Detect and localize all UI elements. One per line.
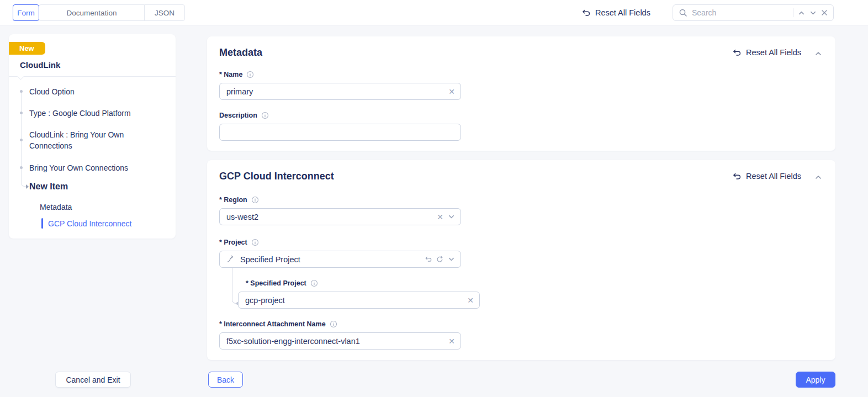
tree-connector-line	[21, 91, 22, 184]
info-icon[interactable]	[261, 112, 269, 119]
sidebar-item-cloudlink-byoc[interactable]: CloudLink : Bring Your Own Connections	[29, 129, 165, 151]
undo-icon	[732, 172, 741, 181]
chevron-down-icon[interactable]	[448, 256, 455, 263]
collapse-chevron-up-icon[interactable]	[814, 50, 822, 57]
description-input[interactable]	[226, 128, 455, 137]
tree-arrow-icon	[26, 184, 29, 189]
project-label-text: * Project	[219, 239, 247, 246]
region-value: us-west2	[226, 213, 432, 221]
back-label: Back	[217, 375, 234, 384]
reset-all-fields-button[interactable]: Reset All Fields	[581, 7, 650, 19]
sidebar-item-gcp-cloud-interconnect[interactable]: GCP Cloud Interconnect	[41, 218, 177, 229]
tree-dot	[20, 139, 23, 141]
region-label-text: * Region	[219, 196, 247, 204]
undo-small-icon[interactable]	[424, 256, 432, 263]
sidebar-item-label: GCP Cloud Interconnect	[48, 219, 132, 228]
tab-form[interactable]: Form	[13, 4, 39, 21]
tree-dot	[20, 166, 23, 169]
name-field-label: * Name	[219, 71, 254, 78]
tab-documentation[interactable]: Documentation	[39, 4, 145, 21]
clear-icon[interactable]: ✕	[467, 297, 474, 304]
search-next-icon[interactable]	[809, 9, 817, 17]
attachment-name-input-box: ✕	[219, 332, 461, 350]
info-icon[interactable]	[251, 239, 259, 246]
apply-button[interactable]: Apply	[796, 372, 835, 388]
tree-dot	[20, 90, 23, 93]
tree-dot	[20, 112, 23, 114]
name-label-text: * Name	[219, 71, 242, 78]
sidebar-item-label: Cloud Option	[29, 87, 75, 96]
selected-item-bar	[41, 218, 43, 229]
description-input-box	[219, 124, 461, 141]
undo-icon	[581, 9, 590, 17]
search-divider	[793, 8, 793, 17]
project-field-label: * Project	[219, 239, 259, 246]
sidebar-item-bring-your-own-connections[interactable]: Bring Your Own Connections	[29, 162, 165, 173]
sidebar-divider-notch	[17, 73, 24, 80]
sidebar-item-new-item[interactable]: New Item	[29, 181, 165, 192]
info-icon[interactable]	[246, 71, 254, 78]
metadata-section: Metadata Reset All Fields * Name ✕ Descr	[207, 36, 835, 151]
sidebar-item-type[interactable]: Type : Google Cloud Platform	[29, 108, 165, 119]
apply-label: Apply	[806, 375, 825, 384]
clear-icon[interactable]: ✕	[448, 88, 455, 96]
sidebar-divider	[9, 76, 176, 77]
sidebar-item-label: New Item	[29, 182, 68, 191]
tab-json-label: JSON	[155, 9, 174, 17]
clear-icon[interactable]: ✕	[437, 213, 443, 221]
back-button[interactable]: Back	[208, 372, 243, 388]
project-select[interactable]: Specified Project	[219, 251, 461, 268]
attachment-name-field-label: * Interconnect Attachment Name	[219, 320, 337, 328]
gcp-cloud-interconnect-section: GCP Cloud Interconnect Reset All Fields …	[207, 160, 835, 360]
sidebar-item-cloud-option[interactable]: Cloud Option	[29, 86, 165, 97]
sidebar-item-label: Bring Your Own Connections	[29, 163, 128, 172]
search-prev-icon[interactable]	[798, 9, 805, 17]
sidebar-item-label: CloudLink : Bring Your Own Connections	[29, 130, 124, 150]
info-icon[interactable]	[251, 196, 259, 204]
view-tabs: Form Documentation JSON	[13, 4, 185, 21]
info-icon[interactable]	[310, 279, 318, 287]
tab-documentation-label: Documentation	[67, 9, 117, 17]
specified-project-field-label: * Specified Project	[246, 279, 318, 287]
collapse-chevron-up-icon[interactable]	[814, 173, 822, 181]
name-input-box: ✕	[219, 83, 461, 100]
gcp-reset-fields-button[interactable]: Reset All Fields	[732, 172, 801, 181]
info-icon[interactable]	[330, 320, 337, 328]
description-field-label: Description	[219, 112, 269, 119]
reset-all-fields-label: Reset All Fields	[595, 8, 650, 17]
chevron-down-icon[interactable]	[448, 213, 455, 220]
clear-icon[interactable]: ✕	[448, 337, 455, 345]
gcp-reset-fields-label: Reset All Fields	[746, 172, 801, 181]
cancel-and-exit-button[interactable]: Cancel and Exit	[55, 372, 131, 388]
config-tree-sidebar: New CloudLink Cloud Option Type : Google…	[9, 34, 176, 239]
cancel-and-exit-label: Cancel and Exit	[66, 375, 120, 384]
description-label-text: Description	[219, 112, 257, 119]
search-close-icon[interactable]	[821, 9, 828, 16]
sidebar-item-label: Metadata	[40, 203, 72, 211]
undo-icon	[732, 49, 741, 57]
sidebar-item-label: Type : Google Cloud Platform	[29, 109, 131, 118]
specified-project-input[interactable]	[245, 296, 463, 305]
search-box	[673, 4, 834, 21]
attachment-name-input[interactable]	[226, 337, 444, 346]
tab-json[interactable]: JSON	[144, 4, 185, 21]
region-select[interactable]: us-west2 ✕	[219, 208, 461, 225]
specified-project-label-text: * Specified Project	[246, 279, 306, 287]
region-field-label: * Region	[219, 196, 259, 204]
gcp-section-title: GCP Cloud Interconnect	[219, 171, 334, 182]
metadata-reset-fields-label: Reset All Fields	[746, 48, 801, 57]
refresh-icon[interactable]	[436, 256, 443, 263]
metadata-reset-fields-button[interactable]: Reset All Fields	[732, 48, 801, 57]
one-of-branch-icon	[226, 255, 235, 263]
project-value: Specified Project	[240, 255, 420, 264]
search-icon	[679, 8, 687, 17]
new-badge-label: New	[19, 44, 34, 52]
specified-project-input-box: ✕	[238, 292, 480, 309]
tab-form-label: Form	[17, 9, 35, 17]
new-badge: New	[9, 42, 45, 55]
name-input[interactable]	[226, 87, 444, 96]
sidebar-item-metadata[interactable]: Metadata	[40, 202, 175, 213]
sidebar-title: CloudLink	[20, 60, 60, 70]
search-input[interactable]	[692, 8, 788, 17]
top-bar: Form Documentation JSON Reset All Fields	[0, 0, 868, 25]
